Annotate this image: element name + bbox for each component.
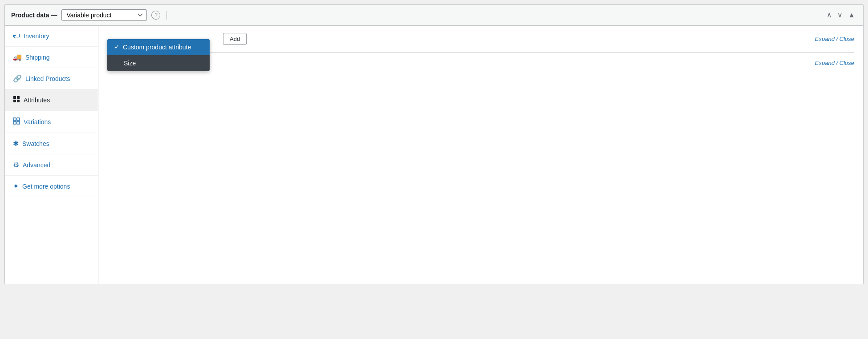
- dropdown-item-custom[interactable]: ✓ Custom product attribute: [107, 39, 210, 55]
- sidebar-item-advanced[interactable]: ⚙ Advanced: [5, 154, 98, 176]
- add-button[interactable]: Add: [223, 33, 247, 45]
- inventory-icon: 🏷: [13, 32, 20, 40]
- main-content: ✓ Custom product attribute Size Add Expa…: [98, 26, 863, 284]
- variations-icon: [13, 117, 20, 126]
- panel-body: 🏷 Inventory 🚚 Shipping 🔗 Linked Products: [5, 26, 863, 284]
- checkmark-icon: ✓: [114, 44, 119, 50]
- sidebar-label-get-more-options: Get more options: [22, 183, 70, 190]
- sidebar-item-swatches[interactable]: ✱ Swatches: [5, 133, 98, 154]
- sidebar-label-variations: Variations: [24, 118, 51, 125]
- separator: [107, 52, 854, 52]
- svg-rect-1: [17, 96, 20, 99]
- linked-products-icon: 🔗: [13, 74, 22, 83]
- sidebar-label-swatches: Swatches: [22, 140, 49, 147]
- collapse-icons: ∧ ∨ ▲: [825, 11, 857, 20]
- attributes-toolbar: ✓ Custom product attribute Size Add Expa…: [107, 33, 854, 45]
- panel-title: Product data —: [11, 12, 57, 19]
- panel-header: Product data — Variable product Simple p…: [5, 5, 863, 26]
- dropdown-item-size[interactable]: Size: [107, 55, 210, 71]
- sidebar-item-attributes[interactable]: Attributes: [5, 89, 98, 111]
- second-row: Save attributes Expand / Close: [107, 56, 854, 70]
- collapse-down-button[interactable]: ∨: [836, 11, 844, 20]
- collapse-up-button[interactable]: ∧: [825, 11, 834, 20]
- shipping-icon: 🚚: [13, 53, 22, 61]
- svg-rect-2: [13, 100, 16, 102]
- product-data-panel: Product data — Variable product Simple p…: [4, 4, 864, 284]
- attributes-icon: [13, 96, 20, 105]
- svg-rect-4: [13, 118, 16, 121]
- expand-close-link[interactable]: Expand / Close: [815, 36, 854, 42]
- divider: [166, 11, 167, 20]
- sidebar-item-variations[interactable]: Variations: [5, 111, 98, 133]
- dropdown-item-custom-label: Custom product attribute: [123, 44, 191, 51]
- get-more-options-icon: ✦: [13, 182, 19, 190]
- swatches-icon: ✱: [13, 139, 19, 148]
- svg-rect-0: [13, 96, 16, 99]
- attribute-dropdown-menu: ✓ Custom product attribute Size: [107, 39, 210, 71]
- dropdown-item-size-label: Size: [124, 60, 136, 67]
- sidebar: 🏷 Inventory 🚚 Shipping 🔗 Linked Products: [5, 26, 98, 284]
- svg-rect-6: [13, 121, 16, 124]
- svg-rect-5: [17, 118, 20, 121]
- sidebar-label-inventory: Inventory: [24, 32, 49, 40]
- sidebar-item-shipping[interactable]: 🚚 Shipping: [5, 47, 98, 68]
- sidebar-item-get-more-options[interactable]: ✦ Get more options: [5, 176, 98, 197]
- sidebar-label-advanced: Advanced: [23, 161, 50, 169]
- product-type-select[interactable]: Variable product Simple product Grouped …: [61, 9, 147, 21]
- expand-close-link-2[interactable]: Expand / Close: [815, 60, 854, 66]
- sidebar-label-attributes: Attributes: [24, 97, 50, 104]
- sidebar-label-shipping: Shipping: [25, 54, 50, 61]
- svg-rect-3: [17, 100, 20, 102]
- sidebar-item-inventory[interactable]: 🏷 Inventory: [5, 26, 98, 47]
- svg-rect-7: [17, 121, 20, 124]
- sidebar-item-linked-products[interactable]: 🔗 Linked Products: [5, 68, 98, 89]
- sidebar-label-linked-products: Linked Products: [25, 75, 70, 82]
- collapse-toggle-button[interactable]: ▲: [846, 11, 857, 20]
- advanced-icon: ⚙: [13, 161, 19, 169]
- help-icon[interactable]: ?: [151, 11, 160, 20]
